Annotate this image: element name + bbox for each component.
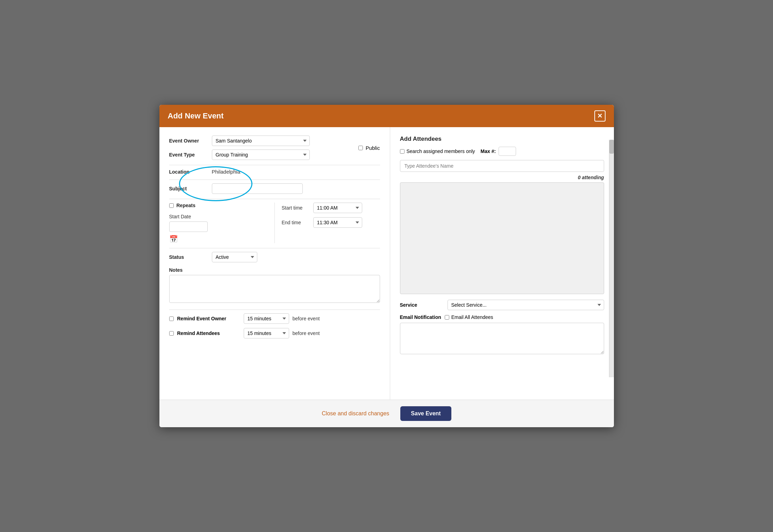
email-notification-textarea[interactable] (400, 323, 604, 354)
repeats-checkbox[interactable] (169, 203, 174, 208)
event-owner-row: Event Owner Sam Santangelo (169, 136, 310, 146)
remind-owner-checkbox[interactable] (169, 316, 174, 321)
event-owner-select[interactable]: Sam Santangelo (212, 136, 310, 146)
event-type-label: Event Type (169, 152, 208, 158)
status-select[interactable]: Active Inactive Cancelled (212, 252, 257, 262)
status-row: Status Active Inactive Cancelled (169, 252, 380, 262)
start-date-input[interactable]: 12/5/19 (169, 221, 208, 232)
event-owner-label: Event Owner (169, 138, 208, 144)
remind-owner-suffix: before event (293, 316, 320, 321)
max-input[interactable] (499, 147, 516, 156)
divider-5 (169, 309, 380, 310)
subject-input[interactable] (212, 183, 303, 194)
location-value: Philadelphia (212, 169, 241, 175)
service-select[interactable]: Select Service... (448, 300, 604, 310)
attending-count: 0 attending (400, 175, 604, 180)
scroll-thumb (609, 140, 614, 154)
divider-1 (169, 165, 380, 165)
location-label: Location (169, 169, 208, 175)
remind-attendees-row: Remind Attendees 15 minutes 5 minutes 10… (169, 328, 380, 338)
left-panel: Event Owner Sam Santangelo Event Type Gr… (159, 127, 390, 400)
max-row: Max #: (481, 147, 516, 156)
repeats-label[interactable]: Repeats (177, 203, 195, 208)
divider-4 (169, 248, 380, 248)
service-label: Service (400, 302, 442, 308)
remind-owner-row: Remind Event Owner 15 minutes 5 minutes … (169, 313, 380, 324)
start-time-select[interactable]: 11:00 AM 11:30 AM 12:00 PM (313, 203, 362, 213)
vertical-divider (274, 203, 275, 243)
right-panel: Add Attendees Search assigned members on… (390, 127, 614, 400)
owner-public-row: Event Owner Sam Santangelo Event Type Gr… (169, 136, 380, 160)
remind-attendees-suffix: before event (293, 330, 320, 336)
email-notification-row: Email Notification Email All Attendees (400, 314, 604, 320)
search-assigned-label[interactable]: Search assigned members only (400, 148, 475, 154)
repeats-section: Repeats Start Date 12/5/19 📅 (169, 203, 267, 243)
time-section: Start time 11:00 AM 11:30 AM 12:00 PM En… (282, 203, 380, 232)
email-all-attendees-checkbox[interactable] (445, 315, 449, 320)
repeats-time-section: Repeats Start Date 12/5/19 📅 (169, 203, 380, 243)
event-type-row: Event Type Group Training Personal Train… (169, 150, 310, 160)
modal-header: Add New Event ✕ (159, 105, 614, 127)
notes-label: Notes (169, 267, 380, 273)
scroll-indicator[interactable] (609, 140, 614, 377)
end-time-label: End time (282, 220, 310, 225)
add-attendees-title: Add Attendees (400, 136, 604, 143)
modal-overlay: Add New Event ✕ Event Owner Sam Santange… (159, 105, 614, 427)
modal-close-button[interactable]: ✕ (594, 110, 606, 122)
attendees-options: Search assigned members only Max #: (400, 147, 604, 156)
remind-owner-label[interactable]: Remind Event Owner (177, 316, 240, 321)
divider-3 (169, 199, 380, 199)
subject-row: Subject (169, 183, 380, 194)
public-checkbox[interactable] (358, 146, 363, 150)
remind-attendees-time-select[interactable]: 15 minutes 5 minutes 10 minutes 30 minut… (244, 328, 289, 338)
service-row: Service Select Service... (400, 300, 604, 310)
search-assigned-checkbox[interactable] (400, 149, 405, 154)
event-type-select[interactable]: Group Training Personal Training Class O… (212, 150, 310, 160)
max-label: Max #: (481, 148, 496, 154)
public-row: Public (358, 145, 380, 151)
modal-footer: Close and discard changes Save Event (159, 400, 614, 427)
save-event-button[interactable]: Save Event (400, 406, 451, 421)
end-time-select[interactable]: 11:30 AM 12:00 PM (313, 217, 362, 228)
email-all-attendees-label[interactable]: Email All Attendees (445, 314, 493, 320)
close-discard-button[interactable]: Close and discard changes (322, 410, 389, 417)
email-notification-label: Email Notification (400, 314, 441, 320)
start-time-label: Start time (282, 205, 310, 211)
add-new-event-modal: Add New Event ✕ Event Owner Sam Santange… (159, 105, 614, 427)
remind-attendees-label[interactable]: Remind Attendees (177, 330, 240, 336)
modal-title: Add New Event (168, 111, 224, 121)
notes-textarea[interactable] (169, 275, 380, 303)
status-label: Status (169, 254, 208, 260)
start-time-row: Start time 11:00 AM 11:30 AM 12:00 PM (282, 203, 380, 213)
notes-section: Notes (169, 267, 380, 304)
start-date-section: Start Date 12/5/19 📅 (169, 214, 267, 243)
start-date-label: Start Date (169, 214, 267, 219)
remind-attendees-checkbox[interactable] (169, 331, 174, 336)
calendar-icon[interactable]: 📅 (169, 235, 178, 243)
public-label[interactable]: Public (366, 145, 380, 151)
end-time-row: End time 11:30 AM 12:00 PM (282, 217, 380, 228)
location-row: Location Philadelphia (169, 169, 380, 175)
subject-label: Subject (169, 186, 208, 191)
attendee-search-input[interactable] (400, 160, 604, 172)
remind-owner-time-select[interactable]: 15 minutes 5 minutes 10 minutes 30 minut… (244, 313, 289, 324)
modal-body: Event Owner Sam Santangelo Event Type Gr… (159, 127, 614, 400)
divider-2 (169, 180, 380, 180)
attendees-list (400, 182, 604, 294)
